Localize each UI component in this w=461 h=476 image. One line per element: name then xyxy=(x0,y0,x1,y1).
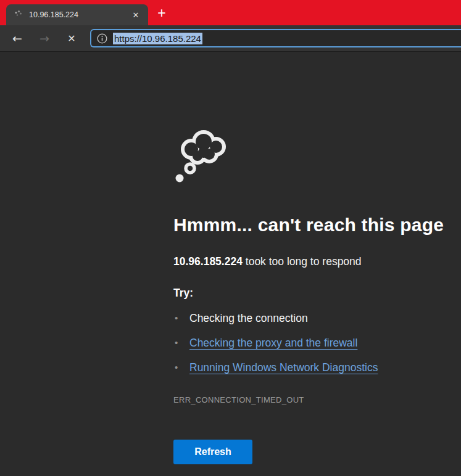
subtitle-text: took too long to respond xyxy=(243,255,362,268)
new-tab-button[interactable]: + xyxy=(153,4,170,22)
tab-close-icon[interactable]: ✕ xyxy=(130,9,142,21)
try-label: Try: xyxy=(173,285,461,300)
address-bar[interactable]: https://10.96.185.224 xyxy=(90,29,461,47)
info-icon[interactable] xyxy=(97,33,107,44)
suggestion-item: Checking the connection xyxy=(173,311,461,326)
stop-button[interactable]: ✕ xyxy=(63,30,80,47)
browser-window: 10.96.185.224 ✕ + ← → ✕ https://10.96.18… xyxy=(0,0,461,476)
error-subtitle: 10.96.185.224 took too long to respond xyxy=(173,254,461,269)
error-code: ERR_CONNECTION_TIMED_OUT xyxy=(173,395,461,404)
url-text-selected[interactable]: https://10.96.185.224 xyxy=(113,33,202,44)
thought-cloud-icon xyxy=(173,125,232,184)
suggestion-text: Checking the connection xyxy=(189,312,308,324)
proxy-firewall-link[interactable]: Checking the proxy and the firewall xyxy=(189,337,357,349)
browser-tab[interactable]: 10.96.185.224 ✕ xyxy=(6,4,148,25)
refresh-button[interactable]: Refresh xyxy=(173,440,252,464)
titlebar: 10.96.185.224 ✕ + xyxy=(0,0,461,25)
host-name: 10.96.185.224 xyxy=(173,255,243,268)
suggestion-list: Checking the connection Checking the pro… xyxy=(173,311,461,375)
suggestion-item: Running Windows Network Diagnostics xyxy=(173,360,461,375)
forward-button[interactable]: → xyxy=(36,30,53,47)
network-diagnostics-link[interactable]: Running Windows Network Diagnostics xyxy=(189,361,378,374)
error-title: Hmmm... can't reach this page xyxy=(173,215,461,236)
loading-spinner-icon xyxy=(14,10,23,20)
suggestion-item: Checking the proxy and the firewall xyxy=(173,335,461,350)
navigation-toolbar: ← → ✕ https://10.96.185.224 xyxy=(0,25,461,52)
back-button[interactable]: ← xyxy=(9,30,26,47)
error-page: Hmmm... can't reach this page 10.96.185.… xyxy=(0,52,461,476)
tab-title: 10.96.185.224 xyxy=(29,10,130,19)
